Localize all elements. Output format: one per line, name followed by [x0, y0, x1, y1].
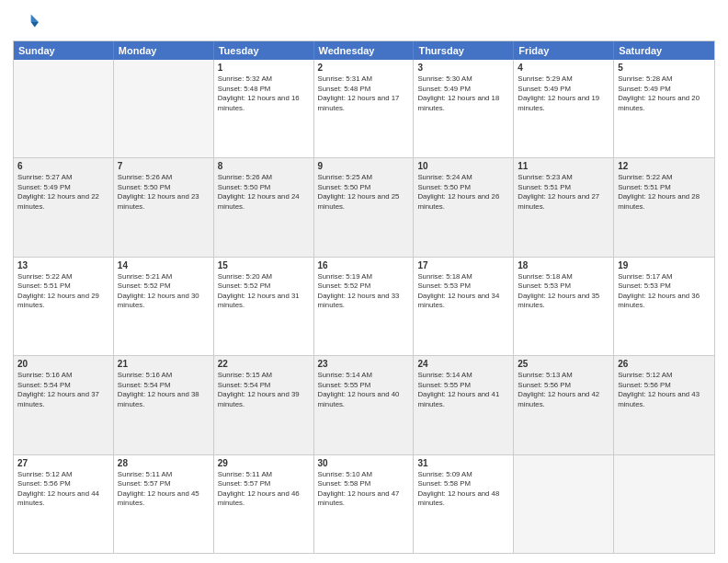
calendar-cell: 25Sunrise: 5:13 AMSunset: 5:56 PMDayligh… — [514, 356, 614, 454]
day-number: 17 — [417, 260, 509, 270]
calendar-cell: 28Sunrise: 5:11 AMSunset: 5:57 PMDayligh… — [114, 455, 214, 553]
calendar-cell: 17Sunrise: 5:18 AMSunset: 5:53 PMDayligh… — [414, 258, 514, 355]
day-number: 30 — [318, 458, 410, 468]
calendar-row: 6Sunrise: 5:27 AMSunset: 5:49 PMDaylight… — [14, 157, 714, 256]
cell-content: Sunrise: 5:30 AMSunset: 5:49 PMDaylight:… — [417, 75, 509, 113]
calendar-cell — [614, 455, 714, 553]
cell-content: Sunrise: 5:09 AMSunset: 5:58 PMDaylight:… — [417, 470, 509, 509]
day-number: 1 — [218, 63, 310, 73]
cell-content: Sunrise: 5:25 AMSunset: 5:50 PMDaylight:… — [318, 173, 410, 212]
day-number: 5 — [618, 63, 711, 73]
cell-content: Sunrise: 5:12 AMSunset: 5:56 PMDaylight:… — [17, 470, 109, 509]
cell-content: Sunrise: 5:28 AMSunset: 5:49 PMDaylight:… — [618, 75, 711, 113]
day-number: 24 — [417, 359, 509, 369]
calendar-cell: 26Sunrise: 5:12 AMSunset: 5:56 PMDayligh… — [614, 356, 714, 454]
day-number: 21 — [118, 359, 210, 369]
svg-marker-1 — [31, 22, 39, 28]
calendar-cell: 30Sunrise: 5:10 AMSunset: 5:58 PMDayligh… — [314, 455, 415, 553]
calendar-cell: 19Sunrise: 5:17 AMSunset: 5:53 PMDayligh… — [614, 258, 714, 355]
cell-content: Sunrise: 5:22 AMSunset: 5:51 PMDaylight:… — [618, 173, 711, 212]
cell-content: Sunrise: 5:19 AMSunset: 5:52 PMDaylight:… — [318, 272, 410, 311]
day-number: 6 — [17, 161, 109, 171]
calendar: SundayMondayTuesdayWednesdayThursdayFrid… — [13, 40, 715, 554]
calendar-cell: 15Sunrise: 5:20 AMSunset: 5:52 PMDayligh… — [214, 258, 314, 355]
day-number: 9 — [318, 161, 410, 171]
cell-content: Sunrise: 5:27 AMSunset: 5:49 PMDaylight:… — [17, 173, 109, 212]
calendar-cell: 9Sunrise: 5:25 AMSunset: 5:50 PMDaylight… — [314, 158, 415, 256]
logo-icon — [13, 9, 39, 35]
cell-content: Sunrise: 5:24 AMSunset: 5:50 PMDaylight:… — [417, 173, 509, 212]
weekday-header: Saturday — [614, 41, 714, 60]
weekday-header: Wednesday — [314, 41, 415, 60]
cell-content: Sunrise: 5:22 AMSunset: 5:51 PMDaylight:… — [17, 272, 109, 311]
day-number: 28 — [118, 458, 210, 468]
cell-content: Sunrise: 5:11 AMSunset: 5:57 PMDaylight:… — [218, 470, 310, 509]
day-number: 25 — [518, 359, 609, 369]
calendar-cell: 13Sunrise: 5:22 AMSunset: 5:51 PMDayligh… — [14, 258, 114, 355]
day-number: 14 — [118, 260, 210, 270]
cell-content: Sunrise: 5:16 AMSunset: 5:54 PMDaylight:… — [17, 371, 109, 409]
cell-content: Sunrise: 5:10 AMSunset: 5:58 PMDaylight:… — [318, 470, 410, 509]
cell-content: Sunrise: 5:26 AMSunset: 5:50 PMDaylight:… — [118, 173, 210, 212]
day-number: 20 — [17, 359, 109, 369]
day-number: 26 — [618, 359, 711, 369]
calendar-cell — [514, 455, 614, 553]
day-number: 15 — [218, 260, 310, 270]
cell-content: Sunrise: 5:14 AMSunset: 5:55 PMDaylight:… — [318, 371, 410, 409]
calendar-cell: 6Sunrise: 5:27 AMSunset: 5:49 PMDaylight… — [14, 158, 114, 256]
weekday-header: Monday — [114, 41, 214, 60]
cell-content: Sunrise: 5:20 AMSunset: 5:52 PMDaylight:… — [218, 272, 310, 311]
day-number: 18 — [518, 260, 609, 270]
cell-content: Sunrise: 5:15 AMSunset: 5:54 PMDaylight:… — [218, 371, 310, 409]
weekday-header: Friday — [514, 41, 614, 60]
day-number: 3 — [417, 63, 509, 73]
calendar-cell: 18Sunrise: 5:18 AMSunset: 5:53 PMDayligh… — [514, 258, 614, 355]
weekday-header: Tuesday — [214, 41, 314, 60]
cell-content: Sunrise: 5:11 AMSunset: 5:57 PMDaylight:… — [118, 470, 210, 509]
weekday-header: Sunday — [14, 41, 114, 60]
day-number: 22 — [218, 359, 310, 369]
calendar-cell: 2Sunrise: 5:31 AMSunset: 5:48 PMDaylight… — [314, 60, 415, 157]
calendar-cell — [14, 60, 114, 157]
calendar-cell: 27Sunrise: 5:12 AMSunset: 5:56 PMDayligh… — [14, 455, 114, 553]
day-number: 27 — [17, 458, 109, 468]
calendar-row: 20Sunrise: 5:16 AMSunset: 5:54 PMDayligh… — [14, 355, 714, 454]
calendar-header: SundayMondayTuesdayWednesdayThursdayFrid… — [14, 41, 714, 60]
page: SundayMondayTuesdayWednesdayThursdayFrid… — [0, 0, 728, 563]
day-number: 8 — [218, 161, 310, 171]
calendar-cell: 14Sunrise: 5:21 AMSunset: 5:52 PMDayligh… — [114, 258, 214, 355]
cell-content: Sunrise: 5:21 AMSunset: 5:52 PMDaylight:… — [118, 272, 210, 311]
day-number: 19 — [618, 260, 711, 270]
logo — [13, 9, 42, 35]
cell-content: Sunrise: 5:18 AMSunset: 5:53 PMDaylight:… — [417, 272, 509, 311]
cell-content: Sunrise: 5:32 AMSunset: 5:48 PMDaylight:… — [218, 75, 310, 113]
calendar-cell: 1Sunrise: 5:32 AMSunset: 5:48 PMDaylight… — [214, 60, 314, 157]
day-number: 7 — [118, 161, 210, 171]
cell-content: Sunrise: 5:12 AMSunset: 5:56 PMDaylight:… — [618, 371, 711, 409]
cell-content: Sunrise: 5:14 AMSunset: 5:55 PMDaylight:… — [417, 371, 509, 409]
calendar-cell — [114, 60, 214, 157]
calendar-cell: 3Sunrise: 5:30 AMSunset: 5:49 PMDaylight… — [414, 60, 514, 157]
day-number: 13 — [17, 260, 109, 270]
cell-content: Sunrise: 5:18 AMSunset: 5:53 PMDaylight:… — [518, 272, 609, 311]
calendar-row: 13Sunrise: 5:22 AMSunset: 5:51 PMDayligh… — [14, 257, 714, 355]
calendar-cell: 16Sunrise: 5:19 AMSunset: 5:52 PMDayligh… — [314, 258, 415, 355]
cell-content: Sunrise: 5:16 AMSunset: 5:54 PMDaylight:… — [118, 371, 210, 409]
cell-content: Sunrise: 5:17 AMSunset: 5:53 PMDaylight:… — [618, 272, 711, 311]
day-number: 31 — [417, 458, 509, 468]
cell-content: Sunrise: 5:29 AMSunset: 5:49 PMDaylight:… — [518, 75, 609, 113]
cell-content: Sunrise: 5:23 AMSunset: 5:51 PMDaylight:… — [518, 173, 609, 212]
day-number: 16 — [318, 260, 410, 270]
calendar-cell: 4Sunrise: 5:29 AMSunset: 5:49 PMDaylight… — [514, 60, 614, 157]
calendar-cell: 11Sunrise: 5:23 AMSunset: 5:51 PMDayligh… — [514, 158, 614, 256]
calendar-cell: 23Sunrise: 5:14 AMSunset: 5:55 PMDayligh… — [314, 356, 415, 454]
calendar-cell: 8Sunrise: 5:26 AMSunset: 5:50 PMDaylight… — [214, 158, 314, 256]
day-number: 29 — [218, 458, 310, 468]
calendar-cell: 24Sunrise: 5:14 AMSunset: 5:55 PMDayligh… — [414, 356, 514, 454]
day-number: 10 — [417, 161, 509, 171]
day-number: 11 — [518, 161, 609, 171]
day-number: 2 — [318, 63, 410, 73]
calendar-cell: 31Sunrise: 5:09 AMSunset: 5:58 PMDayligh… — [414, 455, 514, 553]
calendar-cell: 20Sunrise: 5:16 AMSunset: 5:54 PMDayligh… — [14, 356, 114, 454]
calendar-cell: 10Sunrise: 5:24 AMSunset: 5:50 PMDayligh… — [414, 158, 514, 256]
